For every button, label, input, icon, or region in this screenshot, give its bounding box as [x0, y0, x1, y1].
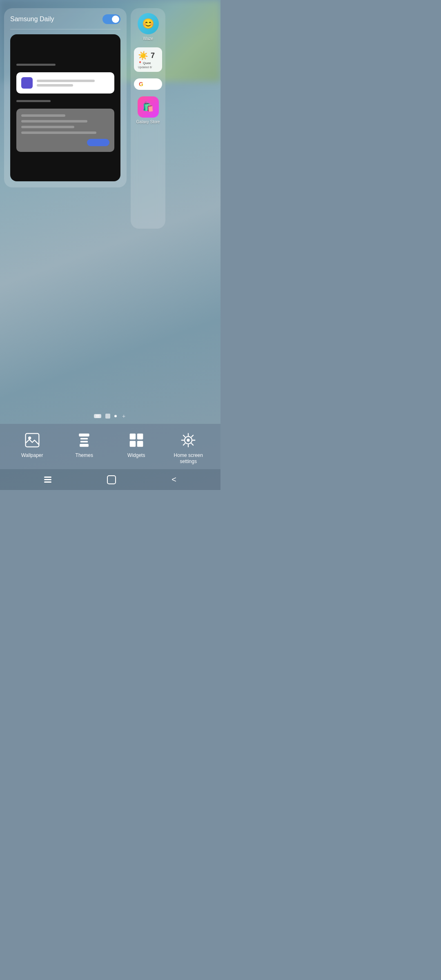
svg-point-1	[28, 437, 31, 439]
themes-label: Themes	[76, 452, 93, 458]
waze-icon: 😊	[138, 13, 159, 34]
panel-divider	[10, 29, 120, 29]
svg-rect-3	[80, 438, 88, 440]
home-button[interactable]	[107, 475, 116, 484]
weather-row: ☀️ 7	[138, 51, 158, 60]
waze-app-icon[interactable]: 😊 Waze	[138, 13, 159, 41]
galaxy-store-label: Galaxy Store	[136, 120, 160, 124]
waze-label: Waze	[143, 36, 153, 41]
phone-mockup	[10, 34, 120, 181]
mockup-gray-line-4	[21, 131, 96, 134]
sun-icon: ☀️	[138, 51, 148, 60]
right-panel: 😊 Waze ☀️ 7 📍 Quee Updated 6/ G	[131, 8, 165, 229]
mockup-gray-line-2	[21, 120, 87, 122]
screen-content: Samsung Daily	[0, 0, 220, 490]
google-search-bar[interactable]: G	[134, 78, 162, 90]
svg-point-11	[187, 439, 190, 442]
widgets-label: Widgets	[127, 452, 145, 458]
themes-icon	[75, 431, 93, 449]
svg-rect-5	[80, 444, 89, 447]
temperature: 7	[151, 51, 155, 60]
wallpaper-label: Wallpaper	[21, 452, 43, 458]
recent-bar-3	[44, 481, 51, 483]
galaxy-store-app-icon[interactable]: 🛍️ Galaxy Store	[136, 96, 160, 124]
back-button[interactable]: <	[172, 475, 176, 484]
widgets-icon	[127, 431, 145, 449]
svg-rect-8	[129, 441, 136, 447]
panels-area: Samsung Daily	[0, 0, 220, 408]
svg-rect-7	[137, 434, 143, 440]
indicator-plus[interactable]: +	[121, 413, 127, 419]
galaxy-store-bag-icon: 🛍️	[143, 102, 154, 112]
toolbar-widgets[interactable]: Widgets	[110, 431, 163, 458]
home-screen-settings-label: Home screensettings	[174, 452, 203, 464]
weather-updated: Updated 6/	[138, 66, 158, 69]
toolbar-themes[interactable]: Themes	[58, 431, 111, 458]
waze-emoji: 😊	[142, 18, 154, 29]
toolbar-wallpaper[interactable]: Wallpaper	[6, 431, 58, 458]
page-indicators: +	[0, 408, 220, 424]
google-g-icon: G	[139, 81, 143, 87]
svg-line-17	[192, 443, 193, 445]
panel-header: Samsung Daily	[10, 14, 120, 24]
svg-line-18	[192, 435, 193, 437]
mockup-card-gray	[16, 109, 114, 152]
samsung-daily-title: Samsung Daily	[10, 16, 54, 23]
toolbar-home-screen-settings[interactable]: Home screensettings	[163, 431, 215, 464]
weather-widget[interactable]: ☀️ 7 📍 Quee Updated 6/	[134, 47, 162, 72]
mockup-gray-line-3	[21, 126, 74, 128]
recent-bar-2	[44, 479, 51, 480]
wallpaper-icon	[23, 431, 41, 449]
location-name: Quee	[143, 61, 151, 65]
bottom-toolbar: Wallpaper Themes	[0, 424, 220, 469]
mockup-card-white	[16, 72, 114, 94]
indicator-home[interactable]	[105, 414, 110, 419]
mockup-lines	[37, 80, 109, 87]
mockup-bar-1	[16, 64, 56, 66]
indicator-lines[interactable]	[94, 414, 101, 418]
mockup-blue-button	[87, 139, 109, 146]
svg-line-16	[183, 435, 185, 437]
lines-icon	[96, 415, 100, 416]
mockup-gray-line-1	[21, 114, 65, 117]
samsung-daily-panel: Samsung Daily	[4, 8, 127, 187]
svg-rect-4	[80, 441, 88, 443]
svg-rect-0	[25, 434, 39, 447]
svg-rect-2	[79, 434, 89, 437]
recent-bar-1	[44, 477, 51, 478]
indicator-active	[114, 415, 117, 417]
svg-line-19	[183, 443, 185, 445]
home-screen-settings-icon	[179, 431, 197, 449]
samsung-daily-toggle[interactable]	[102, 14, 120, 24]
mockup-app-icon	[21, 77, 33, 89]
location-pin-icon: 📍	[138, 61, 142, 65]
mockup-bar-2	[16, 100, 51, 102]
lines-icon-2	[96, 416, 100, 417]
svg-rect-6	[129, 434, 136, 440]
mockup-line-short	[37, 84, 73, 87]
location-row: 📍 Quee	[138, 61, 158, 65]
svg-rect-9	[137, 441, 143, 447]
galaxy-store-icon: 🛍️	[138, 96, 159, 118]
nav-bar: <	[0, 469, 220, 490]
recent-apps-button[interactable]	[44, 477, 51, 483]
mockup-line-long	[37, 80, 95, 82]
